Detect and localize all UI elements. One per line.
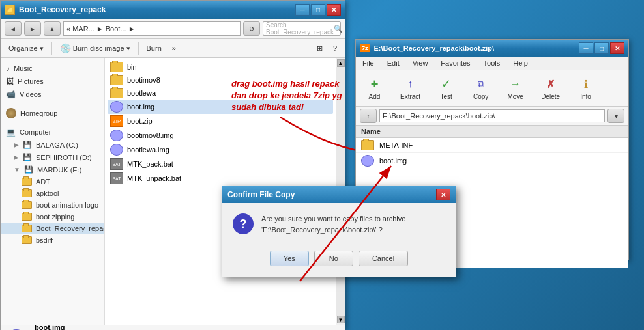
sidebar-item-e-drive[interactable]: ▼ 💾 MARDUK (E:) — [1, 163, 104, 176]
menu-tools[interactable]: Tools — [480, 58, 505, 68]
up-button[interactable]: ▲ — [44, 21, 61, 36]
sidebar: ♪ Music 🖼 Pictures 📹 Videos Homegroup 💻 … — [1, 58, 105, 325]
sidebar-item-c-drive[interactable]: ▶ 💾 BALAGA (C:) — [1, 139, 104, 151]
zip-extract-button[interactable]: ↑ Extract — [394, 73, 426, 103]
videos-icon: 📹 — [6, 90, 16, 99]
bin-folder-icon — [110, 62, 123, 72]
zip-copy-button[interactable]: ⧉ Copy — [466, 73, 495, 103]
organize-button[interactable]: Organize ▾ — [5, 42, 48, 55]
chevron-down-icon-2: ▾ — [126, 44, 130, 53]
file-item-mtk-pack[interactable]: BAT MTK_pack.bat — [108, 157, 333, 171]
boot-img-icon — [110, 101, 123, 113]
file-item-bootimov8-img[interactable]: bootimov8.img — [108, 128, 333, 143]
zip-address-box[interactable]: E:\Boot_Recovery_repack\boot.zip\ — [379, 109, 605, 122]
zip-file-meta-inf[interactable]: META-INF — [356, 138, 628, 153]
zip-title-controls: ─ □ ✕ — [579, 42, 624, 54]
sidebar-item-music[interactable]: ♪ Music — [1, 62, 104, 75]
sidebar-item-apktool[interactable]: apktool — [1, 187, 104, 199]
status-bar: boot.img Date modified: 4/22/2014 8:44 P… — [1, 325, 345, 330]
mtk-unpack-icon: BAT — [110, 172, 123, 184]
close-button[interactable]: ✕ — [327, 4, 341, 16]
zip-menu-bar: File Edit View Favorites Tools Help — [356, 57, 628, 70]
confirm-dialog: Confirm File Copy ✕ ? Are you sure you w… — [222, 186, 456, 277]
scroll-down-btn[interactable]: ▼ — [337, 316, 345, 323]
dialog-text: Are you sure you want to copy files to a… — [261, 213, 405, 235]
zip-test-button[interactable]: ✓ Test — [432, 73, 461, 103]
dialog-message-line1: Are you sure you want to copy files to a… — [261, 213, 405, 225]
zip-title-bar: 7z E:\Boot_Recovery_repack\boot.zip\ ─ □… — [356, 40, 628, 57]
dialog-no-button[interactable]: No — [314, 251, 353, 266]
toolbar-separator — [51, 42, 52, 55]
zip-dropdown-btn[interactable]: ▾ — [607, 109, 624, 123]
sidebar-item-bsdiff[interactable]: bsdiff — [1, 234, 104, 246]
bsdiff-folder-icon — [22, 236, 32, 244]
burn-button[interactable]: Burn — [143, 42, 166, 54]
menu-file[interactable]: File — [359, 58, 378, 68]
zip-move-button[interactable]: → Move — [501, 73, 530, 103]
bootimov8-img-icon — [110, 130, 123, 141]
boot-zip-icon: ZIP — [110, 115, 123, 127]
zip-info-button[interactable]: ℹ Info — [571, 73, 600, 103]
dialog-title: Confirm File Copy — [227, 190, 436, 199]
address-box[interactable]: « MAR... ► Boot... ► — [63, 21, 241, 36]
file-item-bin[interactable]: bin — [108, 61, 333, 74]
copy-label: Copy — [473, 93, 488, 100]
dialog-close-button[interactable]: ✕ — [436, 189, 450, 200]
sidebar-item-adt[interactable]: ADT — [1, 176, 104, 187]
adt-folder-icon — [22, 178, 32, 186]
copy-icon: ⧉ — [473, 76, 489, 92]
file-item-mtk-unpack[interactable]: BAT MTK_unpack.bat — [108, 171, 333, 186]
forward-button[interactable]: ► — [24, 21, 41, 36]
refresh-button[interactable]: ↺ — [243, 21, 260, 36]
menu-help[interactable]: Help — [509, 58, 532, 68]
sidebar-item-boot-recovery[interactable]: Boot_Recovery_repack — [1, 223, 104, 234]
back-button[interactable]: ◄ — [5, 21, 22, 36]
view-options-button[interactable]: ⊞ — [313, 42, 327, 55]
status-filename: boot.img — [35, 323, 132, 331]
extract-label: Extract — [400, 93, 420, 100]
test-icon: ✓ — [439, 76, 454, 92]
dialog-yes-button[interactable]: Yes — [270, 251, 309, 266]
explorer-title: Boot_Recovery_repack — [19, 5, 295, 14]
zip-nav-up[interactable]: ↑ — [360, 109, 377, 123]
help-icon: ? — [333, 44, 337, 52]
sidebar-item-videos[interactable]: 📹 Videos — [1, 88, 104, 101]
sidebar-item-boot-zipping[interactable]: boot zipping — [1, 211, 104, 223]
burn-disc-button[interactable]: 💿 Burn disc image ▾ — [56, 41, 134, 55]
zip-minimize-button[interactable]: ─ — [579, 42, 593, 54]
menu-edit[interactable]: Edit — [383, 58, 403, 68]
file-item-boot-zip[interactable]: ZIP boot.zip — [108, 114, 333, 128]
meta-inf-icon — [361, 140, 374, 150]
sidebar-item-d-drive[interactable]: ▶ 💾 SEPHIROTH (D:) — [1, 151, 104, 163]
file-item-bootlewa-img[interactable]: bootlewa.img — [108, 143, 333, 157]
search-box[interactable]: Search Boot_Recovery_repack 🔍 — [263, 21, 341, 36]
info-icon: ℹ — [578, 76, 594, 92]
zip-maximize-button[interactable]: □ — [594, 42, 609, 54]
zip-close-button[interactable]: ✕ — [610, 42, 624, 54]
delete-icon: ✗ — [543, 76, 559, 92]
sidebar-item-pictures[interactable]: 🖼 Pictures — [1, 75, 104, 88]
more-button[interactable]: » — [168, 42, 180, 54]
toolbar-separator-2 — [138, 42, 139, 55]
view-icon: ⊞ — [317, 44, 323, 53]
menu-favorites[interactable]: Favorites — [437, 58, 474, 68]
delete-label: Delete — [541, 93, 560, 100]
sidebar-item-computer[interactable]: 💻 Computer — [1, 126, 104, 139]
sidebar-item-boot-animation[interactable]: boot animation logo — [1, 199, 104, 211]
dialog-cancel-button[interactable]: Cancel — [359, 251, 408, 266]
bootimov8-folder-icon — [110, 75, 123, 85]
minimize-button[interactable]: ─ — [295, 4, 310, 16]
help-button[interactable]: ? — [329, 42, 341, 54]
sidebar-item-homegroup[interactable]: Homegroup — [1, 106, 104, 120]
zip-boot-img-icon — [361, 155, 374, 167]
boot-recovery-folder-icon — [22, 225, 32, 232]
menu-view[interactable]: View — [409, 58, 432, 68]
zip-delete-button[interactable]: ✗ Delete — [535, 73, 566, 103]
boot-anim-folder-icon — [22, 201, 32, 209]
test-label: Test — [440, 93, 452, 100]
maximize-button[interactable]: □ — [311, 4, 325, 16]
zip-add-button[interactable]: + Add — [360, 73, 389, 103]
zip-file-boot-img[interactable]: boot.img — [356, 153, 628, 169]
extract-icon: ↑ — [403, 76, 418, 92]
scroll-up-btn[interactable]: ▲ — [337, 59, 345, 67]
